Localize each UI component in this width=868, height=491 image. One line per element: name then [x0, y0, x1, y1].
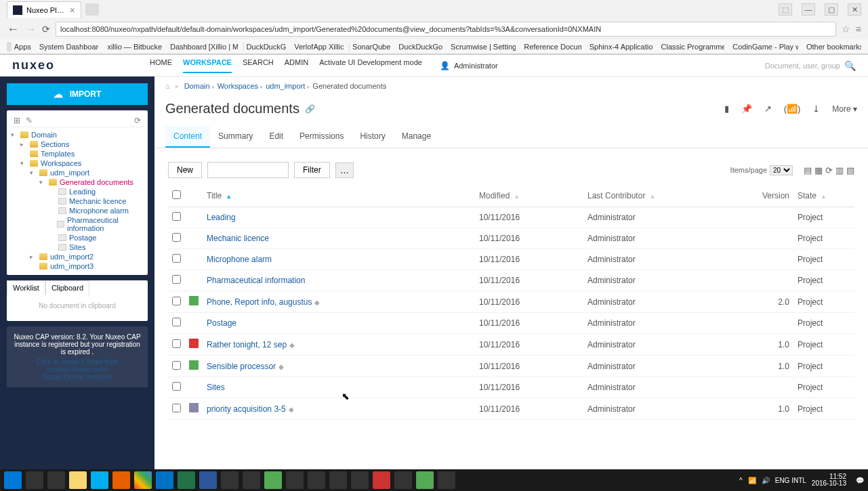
tab-edit[interactable]: Edit: [261, 126, 291, 148]
chrome-icon[interactable]: [134, 471, 152, 489]
bookmark-item[interactable]: Classic Programmer: [659, 42, 725, 51]
nav-admin[interactable]: ADMIN: [285, 58, 308, 73]
nav-workspace[interactable]: WORKSPACE: [183, 58, 232, 73]
tray-chevron-icon[interactable]: ^: [739, 477, 743, 484]
app-icon[interactable]: [264, 471, 282, 489]
skype-icon[interactable]: [91, 471, 108, 489]
select-all-checkbox[interactable]: [172, 190, 181, 199]
tree-node[interactable]: Postage: [49, 233, 144, 242]
col-modified[interactable]: Modified: [479, 191, 510, 200]
items-page-select[interactable]: 20: [770, 165, 793, 175]
tray-volume-icon[interactable]: 🔊: [762, 477, 770, 484]
renew-link[interactable]: Click to renew it (login from connect.nu…: [14, 358, 141, 373]
tree-collapse-icon[interactable]: ▾: [20, 160, 27, 167]
bookmark-item[interactable]: CodinGame - Play wi: [730, 42, 798, 51]
share-icon[interactable]: ↗: [764, 104, 772, 114]
tree-expand-icon[interactable]: ▸: [20, 141, 27, 148]
bookmark-item[interactable]: Sphinx-4 Application: [587, 42, 653, 51]
tree-node-generated-documents[interactable]: ▾ Generated documents: [39, 177, 144, 187]
col-version[interactable]: Version: [762, 191, 789, 200]
other-bookmarks[interactable]: Other bookmarks: [804, 42, 861, 51]
bookmark-item[interactable]: DuckDuckG: [243, 42, 287, 51]
row-checkbox[interactable]: [172, 254, 181, 263]
tree-node-templates[interactable]: Templates: [20, 149, 144, 158]
tree-node[interactable]: Pharmaceutical information: [49, 215, 144, 233]
clipboard-tab[interactable]: Clipboard: [45, 280, 89, 295]
breadcrumb-item[interactable]: udm_import: [266, 82, 305, 90]
row-checkbox[interactable]: [172, 318, 181, 326]
explorer-icon[interactable]: [69, 471, 87, 489]
import-button[interactable]: ☁ IMPORT: [7, 83, 148, 105]
app-icon[interactable]: [329, 471, 347, 489]
app-icon[interactable]: [286, 471, 304, 489]
app-icon[interactable]: [351, 471, 369, 489]
tree-tool-nav-icon[interactable]: ⊞: [14, 116, 20, 125]
language-indicator[interactable]: ENG INTL: [775, 477, 806, 484]
export-icon[interactable]: ⤓: [812, 104, 820, 114]
tree-refresh-icon[interactable]: ⟳: [134, 116, 141, 125]
tree-node-domain[interactable]: ▾ Domain: [11, 130, 144, 140]
filter-input[interactable]: [207, 162, 289, 178]
tree-collapse-icon[interactable]: ▾: [30, 169, 37, 176]
permalink-icon[interactable]: 🔗: [305, 104, 315, 114]
nav-search[interactable]: SEARCH: [243, 58, 274, 73]
tree-tool-tag-icon[interactable]: ✎: [26, 116, 33, 125]
online-services-link[interactable]: Nuxeo Online Services: [14, 373, 141, 381]
document-link[interactable]: Phone, Report info, augustus: [207, 297, 312, 307]
word-icon[interactable]: [199, 471, 217, 489]
menu-icon[interactable]: ≡: [856, 24, 861, 35]
row-checkbox[interactable]: [172, 233, 181, 242]
forward-button[interactable]: →: [24, 22, 37, 37]
tree-node[interactable]: Mechanic licence: [49, 196, 144, 206]
close-tab-icon[interactable]: ×: [70, 5, 75, 16]
app-icon[interactable]: [308, 471, 325, 489]
browser-tab[interactable]: Nuxeo Platform - Gener… ×: [7, 1, 81, 18]
app-icon[interactable]: [438, 471, 455, 489]
col-contributor[interactable]: Last Contributor: [587, 191, 645, 200]
new-button[interactable]: New: [168, 162, 202, 178]
tab-manage[interactable]: Manage: [394, 126, 439, 148]
tree-collapse-icon[interactable]: ▾: [39, 179, 46, 186]
tree-node-udm-import2[interactable]: ▸ udm_import2: [30, 252, 144, 261]
bookmark-item[interactable]: VerlofApp Xillio: [291, 42, 343, 51]
bookmark-item[interactable]: Dashboard [Xillio | My: [167, 42, 238, 51]
row-checkbox[interactable]: [172, 361, 181, 370]
document-link[interactable]: Microphone alarm: [207, 255, 272, 264]
app-icon[interactable]: [373, 471, 390, 489]
refresh-icon[interactable]: ⟳: [825, 165, 833, 175]
row-checkbox[interactable]: [172, 382, 181, 391]
row-checkbox[interactable]: [172, 275, 181, 284]
tab-content[interactable]: Content: [165, 126, 210, 148]
bookmark-item[interactable]: System Dashboard: [37, 42, 100, 51]
more-menu[interactable]: More ▾: [832, 104, 857, 114]
excel-export-icon[interactable]: ▥: [835, 165, 844, 175]
pin-icon[interactable]: 📌: [741, 104, 752, 114]
maximize-button[interactable]: ▢: [825, 3, 838, 16]
nav-activate-ui-development-mode[interactable]: Activate UI Development mode: [319, 58, 422, 73]
tab-permissions[interactable]: Permissions: [291, 126, 352, 148]
bookmark-icon[interactable]: ▮: [724, 104, 729, 114]
document-link[interactable]: Sensible processor: [207, 362, 276, 371]
outlook-icon[interactable]: [156, 471, 173, 489]
tray-network-icon[interactable]: 📶: [748, 477, 756, 484]
system-tray[interactable]: ^ 📶 🔊 ENG INTL 11:52 2016-10-13 💬: [739, 473, 864, 487]
subscribe-icon[interactable]: (📶): [784, 104, 801, 114]
nav-home[interactable]: HOME: [150, 58, 172, 73]
home-icon[interactable]: ⌂: [165, 82, 170, 90]
incognito-icon[interactable]: ⬚: [779, 3, 792, 16]
document-link[interactable]: Postage: [207, 318, 236, 328]
col-state[interactable]: State: [798, 191, 817, 200]
url-input[interactable]: localhost:8080/nuxeo/nxpath/default/defa…: [56, 22, 836, 37]
row-checkbox[interactable]: [172, 404, 181, 412]
app-icon[interactable]: [394, 471, 412, 489]
tree-node[interactable]: Leading: [49, 187, 144, 196]
row-checkbox[interactable]: [172, 339, 181, 348]
start-button[interactable]: [4, 471, 22, 489]
tree-expand-icon[interactable]: ▸: [30, 253, 37, 260]
task-view-icon[interactable]: [47, 471, 65, 489]
global-search[interactable]: Document, user, group 🔍: [765, 60, 856, 71]
tree-node-udm-import[interactable]: ▾ udm_import: [30, 168, 144, 177]
minimize-button[interactable]: —: [802, 3, 815, 16]
bookmark-item[interactable]: Reference Docum: [521, 42, 581, 51]
app-icon[interactable]: [221, 471, 239, 489]
